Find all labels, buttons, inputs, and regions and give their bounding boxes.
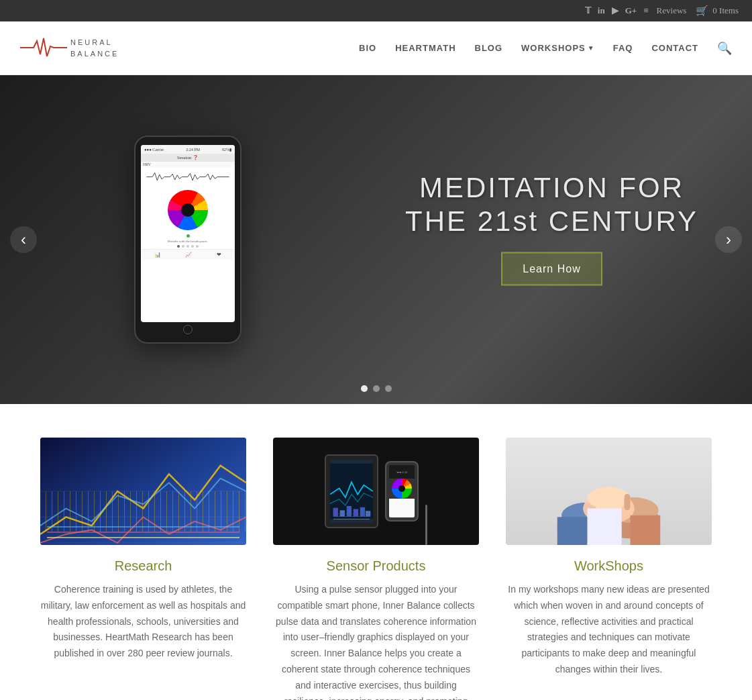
hero-dot-3[interactable] — [385, 385, 392, 392]
navbar: NEURAL BALANCE BIO HEARTMATH BLOG WORKSH… — [0, 21, 752, 75]
research-title: Research — [40, 558, 246, 574]
hero-title-line1: MEDITATION FOR — [405, 171, 698, 205]
svg-rect-23 — [625, 494, 631, 510]
cart-icon: 🛒 — [696, 5, 708, 17]
hero-text: MEDITATION FOR THE 21st CENTURY Learn Ho… — [405, 171, 698, 286]
mini-tablet — [325, 454, 378, 528]
sensor-image-visual: ●●● 2:24 — [273, 438, 479, 545]
research-image — [40, 438, 246, 545]
phone-nav-dots — [141, 244, 235, 249]
nav-workshops-dropdown[interactable]: WORKSHOPS ▼ — [521, 43, 594, 53]
mini-tablet-screen — [330, 460, 373, 523]
phone-status-bar: ●●● Carrier2:24 PM82%▮ — [141, 145, 235, 154]
research-card: Research Coherence training is used by a… — [40, 438, 246, 700]
svg-text:BALANCE: BALANCE — [70, 50, 119, 58]
hero-title-line2: THE 21st CENTURY — [405, 205, 698, 238]
hero-next-button[interactable]: › — [715, 226, 742, 253]
phone-home-button — [183, 325, 193, 334]
workshops-card: WorkShops In my workshops many new ideas… — [506, 438, 712, 700]
youtube-icon[interactable]: ▶ — [612, 5, 619, 16]
linkedin-icon[interactable]: in — [598, 5, 605, 16]
phone-bottom-bar: 📊 📈 ❤ — [141, 249, 235, 260]
svg-rect-9 — [347, 506, 352, 517]
svg-rect-7 — [333, 508, 338, 517]
sensor-text: Using a pulse sensor plugged into your c… — [273, 582, 479, 700]
workshops-image-visual — [506, 438, 712, 545]
phone-status-dot — [186, 234, 190, 238]
workshops-text: In my workshops many new ideas are prese… — [506, 582, 712, 678]
svg-rect-2 — [40, 438, 246, 545]
top-bar: 𝕋 in ▶ G+ ≡ Reviews 🛒 0 Items — [0, 0, 752, 21]
sensor-cable — [425, 505, 427, 545]
sensor-products-card: ●●● 2:24 Sensor Products Using a pulse s… — [273, 438, 479, 700]
hero-dot-2[interactable] — [373, 385, 380, 392]
svg-rect-24 — [557, 517, 588, 545]
mini-phone: ●●● 2:24 — [385, 461, 419, 521]
cart-area[interactable]: 🛒 0 Items — [696, 5, 739, 17]
svg-rect-12 — [366, 511, 370, 516]
workshops-image — [506, 438, 712, 545]
nav-faq[interactable]: FAQ — [613, 43, 633, 53]
research-image-visual — [40, 438, 246, 545]
nav-bio[interactable]: BIO — [359, 43, 376, 53]
svg-rect-22 — [614, 492, 621, 510]
workshops-title: WorkShops — [506, 558, 712, 574]
phone-breathe-text: Breathe with the breath pacer. — [141, 239, 235, 244]
hero-dots — [361, 385, 392, 392]
chevron-down-icon: ▼ — [588, 44, 594, 52]
top-bar-right: Reviews 🛒 0 Items — [657, 5, 739, 17]
cards-grid: Research Coherence training is used by a… — [40, 438, 712, 700]
nav-links: BIO HEARTMATH BLOG WORKSHOPS ▼ FAQ CONTA… — [359, 41, 732, 56]
twitter-icon[interactable]: 𝕋 — [585, 5, 591, 16]
svg-rect-21 — [605, 491, 612, 510]
svg-rect-8 — [340, 510, 345, 516]
hero-phone-mockup: ●●● Carrier2:24 PM82%▮ Session ❓ HRV Bre… — [134, 136, 241, 344]
content-section: Research Coherence training is used by a… — [0, 404, 752, 700]
svg-text:NEURAL: NEURAL — [70, 38, 113, 46]
logo[interactable]: NEURAL BALANCE — [20, 33, 141, 63]
sensor-image: ●●● 2:24 — [273, 438, 479, 545]
learn-how-button[interactable]: Learn How — [501, 252, 602, 285]
logo-svg: NEURAL BALANCE — [20, 33, 141, 63]
svg-rect-10 — [354, 509, 358, 517]
social-links: 𝕋 in ▶ G+ ≡ — [585, 5, 649, 16]
hero-prev-button[interactable]: ‹ — [10, 226, 37, 253]
mini-phone-wheel — [392, 479, 412, 499]
svg-rect-26 — [588, 509, 622, 545]
hero-title: MEDITATION FOR THE 21st CENTURY — [405, 171, 698, 239]
phone-session-title: Session ❓ — [141, 154, 235, 162]
svg-rect-25 — [630, 515, 660, 545]
nav-workshops-label[interactable]: WORKSHOPS — [521, 43, 586, 53]
search-icon[interactable]: 🔍 — [717, 41, 732, 56]
hero-dot-1[interactable] — [361, 385, 368, 392]
rss-icon[interactable]: ≡ — [643, 5, 648, 16]
reviews-link[interactable]: Reviews — [657, 5, 687, 16]
nav-contact[interactable]: CONTACT — [651, 43, 698, 53]
cart-label: 0 Items — [712, 5, 739, 16]
svg-rect-11 — [360, 507, 365, 517]
phone-screen: ●●● Carrier2:24 PM82%▮ Session ❓ HRV Bre… — [141, 145, 235, 322]
sensor-title: Sensor Products — [273, 558, 479, 574]
phone-wave — [141, 167, 235, 187]
googleplus-icon[interactable]: G+ — [625, 5, 637, 16]
nav-blog[interactable]: BLOG — [475, 43, 503, 53]
research-text: Coherence training is used by athletes, … — [40, 582, 246, 662]
hero-section: ●●● Carrier2:24 PM82%▮ Session ❓ HRV Bre… — [0, 75, 752, 404]
nav-heartmath[interactable]: HEARTMATH — [395, 43, 455, 53]
svg-rect-20 — [596, 493, 602, 511]
phone-color-wheel — [141, 187, 235, 233]
